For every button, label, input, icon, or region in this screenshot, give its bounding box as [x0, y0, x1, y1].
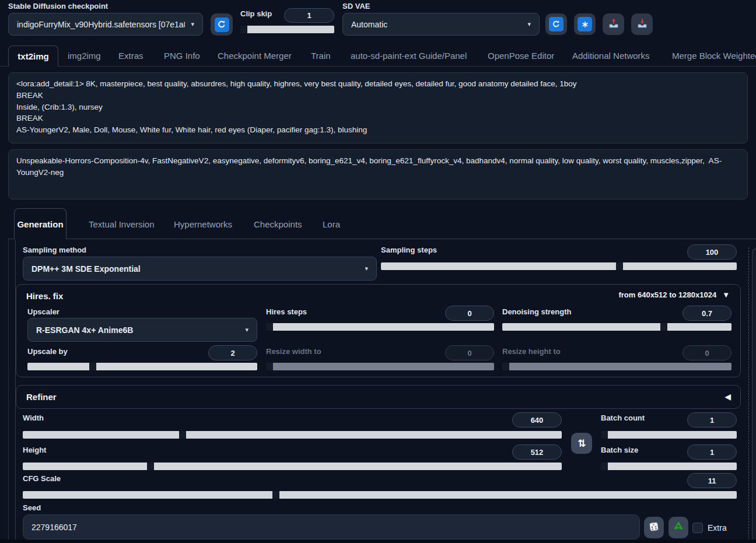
- swap-dimensions-button[interactable]: ⇅: [571, 433, 592, 454]
- prompt-textarea[interactable]: <lora:add_detail:1> 8K, masterpiece, bes…: [8, 72, 748, 143]
- sampling-method-dropdown[interactable]: DPM++ 3M SDE Exponential ▾: [23, 257, 377, 281]
- tab-extras[interactable]: Extras: [118, 51, 144, 61]
- chevron-down-icon: ▾: [191, 20, 194, 28]
- denoising-strength-slider[interactable]: [502, 323, 732, 331]
- tab-png-info[interactable]: PNG Info: [164, 51, 200, 61]
- batch-count-label: Batch count: [601, 414, 645, 422]
- slider-thumb[interactable]: [601, 431, 608, 439]
- width-label: Width: [23, 414, 44, 422]
- slider-thumb[interactable]: [266, 323, 273, 331]
- subtab-textual-inversion[interactable]: Textual Inversion: [89, 219, 155, 229]
- results-panel-edge: [752, 248, 756, 543]
- upscaler-value: R-ESRGAN 4x+ Anime6B: [36, 325, 239, 335]
- hires-steps-label: Hires steps: [266, 307, 307, 316]
- refiner-title: Refiner: [26, 392, 57, 402]
- sampling-steps-label: Sampling steps: [381, 246, 437, 254]
- sd-vae-label: SD VAE: [342, 2, 370, 10]
- clip-skip-slider[interactable]: [240, 26, 334, 33]
- hires-resolution-toggle[interactable]: from 640x512 to 1280x1024 ▼: [618, 290, 730, 299]
- reuse-seed-button[interactable]: [668, 517, 688, 538]
- batch-count-slider[interactable]: [601, 431, 737, 439]
- slider-thumb[interactable]: [147, 463, 154, 470]
- height-label: Height: [23, 446, 46, 454]
- seed-input[interactable]: [23, 514, 640, 540]
- cfg-scale-slider[interactable]: [23, 491, 737, 499]
- hires-steps-slider[interactable]: [266, 323, 494, 331]
- cfg-scale-label: CFG Scale: [23, 474, 61, 483]
- width-input[interactable]: [512, 412, 562, 428]
- tab-train[interactable]: Train: [311, 51, 331, 61]
- batch-size-input[interactable]: [687, 444, 737, 460]
- vae-tool-button[interactable]: [574, 13, 596, 35]
- slider-thumb[interactable]: [601, 463, 608, 470]
- refresh-checkpoint-button[interactable]: [211, 13, 233, 36]
- slider-thumb: [266, 363, 273, 370]
- upscale-by-label: Upscale by: [27, 347, 68, 356]
- upscaler-dropdown[interactable]: R-ESRGAN 4x+ Anime6B ▾: [27, 318, 257, 342]
- upscale-by-input[interactable]: [208, 345, 257, 360]
- refresh-icon: [215, 17, 229, 32]
- extra-seed-label: Extra: [708, 523, 727, 533]
- extra-seed-checkbox[interactable]: [692, 523, 703, 533]
- hires-steps-input[interactable]: [445, 306, 494, 321]
- subtab-generation[interactable]: Generation: [14, 208, 66, 239]
- sampling-method-label: Sampling method: [23, 246, 86, 254]
- refiner-panel[interactable]: Refiner ◀: [16, 385, 741, 409]
- batch-size-slider[interactable]: [601, 463, 737, 470]
- export-button[interactable]: [603, 13, 624, 35]
- hires-resolution-info: from 640x512 to 1280x1024: [618, 290, 716, 299]
- slider-thumb: [502, 363, 509, 370]
- resize-height-slider: [502, 363, 732, 370]
- seed-label: Seed: [23, 503, 41, 512]
- sampling-steps-slider[interactable]: [381, 262, 737, 270]
- subtab-checkpoints[interactable]: Checkpoints: [254, 219, 302, 229]
- slider-thumb[interactable]: [660, 323, 667, 331]
- window-bottom-edge: [0, 540, 756, 543]
- resize-height-label: Resize height to: [502, 347, 561, 356]
- slider-thumb[interactable]: [272, 491, 279, 499]
- slider-thumb[interactable]: [240, 26, 247, 33]
- column-resize-handle[interactable]: [748, 247, 749, 543]
- dice-icon: [648, 521, 660, 535]
- tab-auto-sd-paint-ext[interactable]: auto-sd-paint-ext Guide/Panel: [351, 51, 467, 61]
- inbox-tray-icon: [636, 17, 648, 31]
- batch-count-input[interactable]: [687, 412, 737, 428]
- refresh-vae-button[interactable]: [545, 13, 567, 35]
- recycle-icon: [672, 520, 685, 535]
- triangle-down-icon: ▼: [722, 290, 730, 299]
- height-slider[interactable]: [23, 463, 562, 470]
- sd-vae-dropdown[interactable]: Automatic ▾: [342, 13, 540, 36]
- chevron-down-icon: ▾: [365, 265, 368, 272]
- resize-width-input: [445, 345, 494, 360]
- subtab-lora[interactable]: Lora: [323, 219, 340, 229]
- cfg-scale-input[interactable]: [687, 473, 737, 488]
- tab-openpose-editor[interactable]: OpenPose Editor: [488, 51, 554, 61]
- hires-fix-panel: Hires. fix from 640x512 to 1280x1024 ▼ U…: [16, 284, 741, 377]
- clip-skip-label: Clip skip: [240, 9, 272, 18]
- slider-thumb[interactable]: [89, 363, 96, 370]
- sampling-steps-input[interactable]: [687, 244, 737, 260]
- slider-thumb[interactable]: [616, 262, 623, 270]
- import-button[interactable]: [631, 13, 653, 35]
- subtab-hypernetworks[interactable]: Hypernetworks: [174, 219, 232, 229]
- height-input[interactable]: [512, 444, 562, 460]
- negative-prompt-textarea[interactable]: Unspeakable-Horrors-Composition-4v, Fast…: [8, 149, 748, 199]
- slider-thumb[interactable]: [179, 431, 186, 439]
- sd-vae-value: Automatic: [351, 20, 522, 29]
- checkpoint-value: indigoFurryMix_v90Hybrid.safetensors [07…: [17, 20, 185, 29]
- tab-additional-networks[interactable]: Additional Networks: [572, 51, 650, 61]
- tab-img2img[interactable]: img2img: [68, 51, 101, 61]
- random-seed-button[interactable]: [644, 517, 664, 538]
- denoising-strength-input[interactable]: [682, 306, 732, 321]
- tab-txt2img[interactable]: txt2img: [8, 45, 58, 66]
- width-slider[interactable]: [23, 431, 562, 439]
- blue-asterisk-icon: [578, 17, 592, 31]
- clip-skip-input[interactable]: [284, 8, 334, 23]
- main-tabbar-divider: [0, 66, 756, 66]
- chevron-down-icon: ▾: [245, 326, 249, 334]
- tab-checkpoint-merger[interactable]: Checkpoint Merger: [218, 51, 292, 61]
- sampling-method-value: DPM++ 3M SDE Exponential: [32, 264, 359, 274]
- tab-merge-block-weighted[interactable]: Merge Block Weighted: [672, 51, 756, 61]
- upscale-by-slider[interactable]: [27, 363, 257, 370]
- checkpoint-dropdown[interactable]: indigoFurryMix_v90Hybrid.safetensors [07…: [8, 13, 203, 36]
